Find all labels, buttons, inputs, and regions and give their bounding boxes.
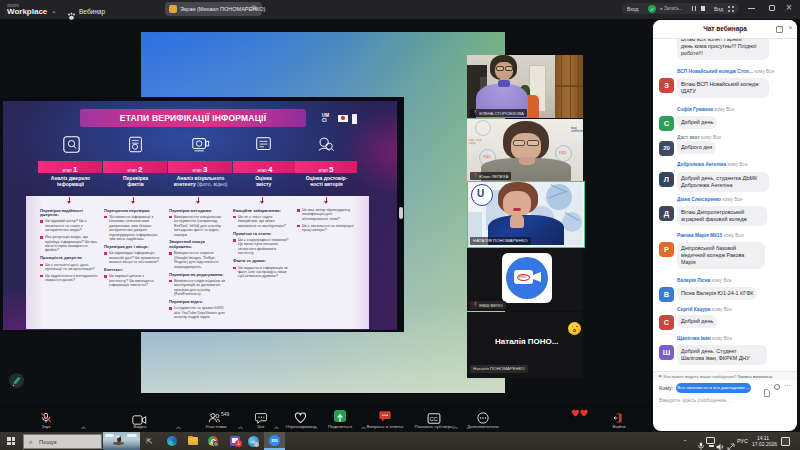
svg-text:CC: CC [430,416,438,422]
